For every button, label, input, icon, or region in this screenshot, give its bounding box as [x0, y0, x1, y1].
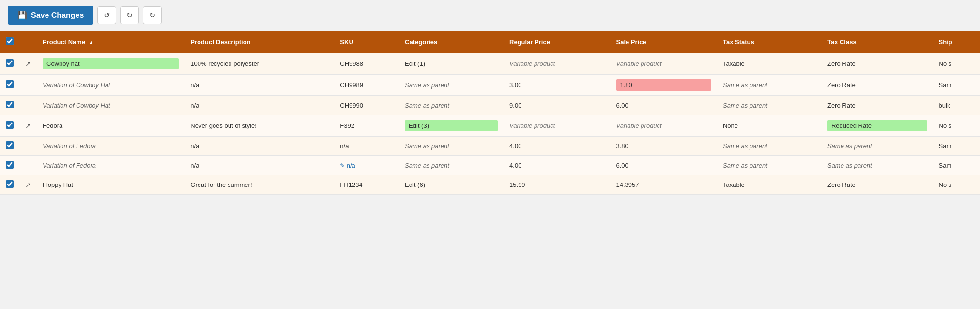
product-description-cell: n/a — [184, 137, 334, 156]
product-name-cell: Variation of Fedora — [37, 137, 184, 156]
regular-price-value: 15.99 — [509, 181, 525, 188]
save-button[interactable]: 💾 Save Changes — [8, 6, 93, 25]
sale-price-value: 6.00 — [616, 162, 628, 169]
product-name: Variation of Fedora — [43, 142, 96, 150]
sale-price-cell: Variable product — [611, 53, 717, 75]
ship-cell: Sam — [933, 156, 980, 175]
header-product-description: Product Description — [184, 31, 334, 53]
redo-button[interactable]: ↻ — [120, 6, 139, 24]
product-name-cell: Variation of Fedora — [37, 156, 184, 175]
categories-value: Edit (6) — [405, 181, 425, 188]
product-description-cell: Never goes out of style! — [184, 115, 334, 137]
sku-cell: FH1234 — [334, 175, 399, 195]
products-table: Product Name ▲ Product Description SKU C… — [0, 31, 980, 195]
tax-class-cell: Same as parent — [822, 156, 933, 175]
tax-class-cell: Zero Rate — [822, 53, 933, 75]
product-name: Floppy Hat — [43, 181, 73, 188]
tax-status-value: Same as parent — [723, 102, 767, 109]
header-categories: Categories — [399, 31, 504, 53]
header-link-col — [19, 31, 37, 53]
tax-status-value: Same as parent — [723, 162, 767, 169]
sku-edit-icon[interactable]: ✎ — [340, 162, 346, 169]
header-ship: Ship — [933, 31, 980, 53]
sku-cell: n/a — [334, 137, 399, 156]
tax-status-cell: Taxable — [717, 53, 822, 75]
row-link-cell — [19, 75, 37, 96]
product-name: Variation of Cowboy Hat — [43, 81, 110, 89]
product-name-cell: Cowboy hat — [37, 53, 184, 75]
ship-cell: No s — [933, 115, 980, 137]
categories-value: Same as parent — [405, 142, 449, 150]
regular-price-value: Variable product — [509, 122, 555, 129]
row-link-cell — [19, 156, 37, 175]
product-name: Variation of Fedora — [43, 162, 96, 169]
categories-value: Edit (1) — [405, 60, 425, 67]
ship-cell: Sam — [933, 137, 980, 156]
row-checkbox[interactable] — [6, 59, 14, 67]
row-checkbox-cell — [0, 156, 19, 175]
external-link-icon[interactable]: ↗ — [25, 122, 31, 130]
row-checkbox[interactable] — [6, 180, 14, 188]
row-checkbox[interactable] — [6, 121, 14, 129]
categories-value: Same as parent — [405, 102, 449, 109]
regular-price-cell: 3.00 — [504, 75, 610, 96]
categories-cell: Edit (6) — [399, 175, 504, 195]
tax-class-value: Zero Rate — [827, 81, 856, 89]
row-checkbox[interactable] — [6, 101, 14, 108]
sort-icon: ▲ — [89, 39, 94, 45]
product-description-cell: Great for the summer! — [184, 175, 334, 195]
header-regular-price: Regular Price — [504, 31, 610, 53]
regular-price-cell: Variable product — [504, 115, 610, 137]
external-link-icon[interactable]: ↗ — [25, 181, 31, 189]
sku-cell: F392 — [334, 115, 399, 137]
categories-cell: Same as parent — [399, 137, 504, 156]
row-checkbox-cell — [0, 75, 19, 96]
regular-price-value: 4.00 — [509, 162, 521, 169]
table-row: ↗Floppy HatGreat for the summer!FH1234Ed… — [0, 175, 980, 195]
tax-class-cell: Reduced Rate — [822, 115, 933, 137]
product-name-cell: Floppy Hat — [37, 175, 184, 195]
ship-cell: bulk — [933, 96, 980, 115]
row-checkbox[interactable] — [6, 80, 14, 88]
sale-price-cell: 14.3957 — [611, 175, 717, 195]
table-row: Variation of Fedoran/an/aSame as parent4… — [0, 137, 980, 156]
row-checkbox[interactable] — [6, 141, 14, 149]
external-link-icon[interactable]: ↗ — [25, 60, 31, 68]
ship-cell: No s — [933, 175, 980, 195]
table-row: Variation of Fedoran/a✎ n/aSame as paren… — [0, 156, 980, 175]
refresh-button[interactable]: ↻ — [143, 6, 162, 24]
regular-price-value: 3.00 — [509, 81, 521, 89]
tax-status-value: Same as parent — [723, 142, 767, 150]
regular-price-cell: 4.00 — [504, 156, 610, 175]
product-name-cell: Fedora — [37, 115, 184, 137]
tax-status-value: None — [723, 122, 738, 129]
categories-cell: Edit (1) — [399, 53, 504, 75]
row-checkbox-cell — [0, 96, 19, 115]
sale-price-value: Variable product — [616, 60, 662, 67]
undo-button[interactable]: ↺ — [97, 6, 116, 24]
row-checkbox-cell — [0, 115, 19, 137]
table-row: Variation of Cowboy Hatn/aCH9989Same as … — [0, 75, 980, 96]
header-sku: SKU — [334, 31, 399, 53]
sale-price-cell: 6.00 — [611, 96, 717, 115]
sku-cell: ✎ n/a — [334, 156, 399, 175]
sku-link[interactable]: n/a — [347, 162, 355, 169]
tax-status-cell: None — [717, 115, 822, 137]
select-all-checkbox[interactable] — [6, 37, 14, 45]
header-product-name: Product Name ▲ — [37, 31, 184, 53]
tax-class-value: Reduced Rate — [827, 120, 927, 131]
save-icon: 💾 — [17, 11, 27, 20]
table-row: Variation of Cowboy Hatn/aCH9990Same as … — [0, 96, 980, 115]
row-link-cell — [19, 137, 37, 156]
row-link-cell: ↗ — [19, 175, 37, 195]
table-row: ↗Cowboy hat100% recycled polyesterCH9988… — [0, 53, 980, 75]
row-checkbox-cell — [0, 53, 19, 75]
row-checkbox[interactable] — [6, 161, 14, 169]
categories-value[interactable]: Edit (3) — [405, 120, 498, 131]
product-name-cell: Variation of Cowboy Hat — [37, 96, 184, 115]
regular-price-cell: Variable product — [504, 53, 610, 75]
row-link-cell: ↗ — [19, 115, 37, 137]
regular-price-value: 9.00 — [509, 102, 521, 109]
categories-cell: Same as parent — [399, 96, 504, 115]
toolbar: 💾 Save Changes ↺ ↻ ↻ — [0, 0, 980, 31]
